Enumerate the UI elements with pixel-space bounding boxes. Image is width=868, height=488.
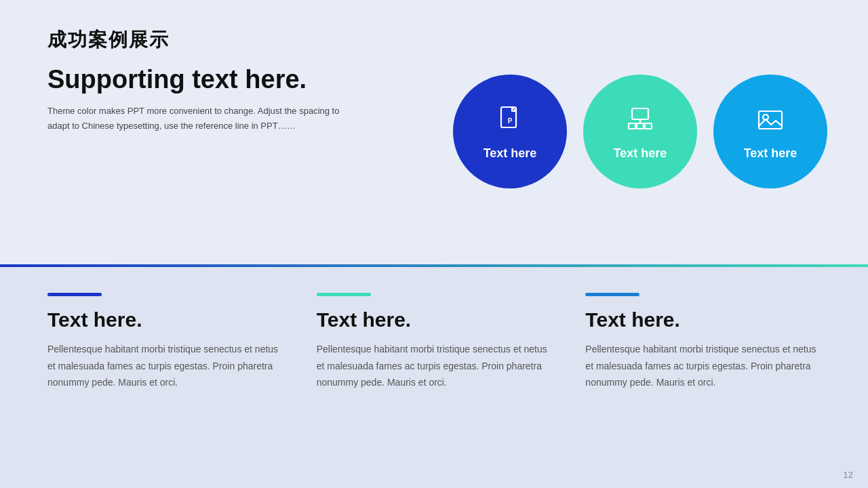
- circle-3-text: Text here: [744, 146, 797, 161]
- svg-rect-6: [637, 123, 644, 129]
- bottom-card-3: Text here. Pellentesque habitant morbi t…: [585, 293, 821, 461]
- card-3-body: Pellentesque habitant morbi tristique se…: [585, 341, 821, 391]
- circle-2-text: Text here: [614, 146, 667, 161]
- network-icon: [623, 103, 657, 140]
- card-1-accent: [47, 293, 102, 296]
- svg-rect-8: [759, 111, 782, 129]
- bottom-card-2: Text here. Pellentesque habitant morbi t…: [317, 293, 586, 461]
- card-1-body: Pellentesque habitant morbi tristique se…: [47, 341, 283, 391]
- bottom-card-1: Text here. Pellentesque habitant morbi t…: [47, 293, 317, 461]
- chinese-title: 成功案例展示: [47, 27, 821, 53]
- circle-1-text: Text here: [484, 146, 537, 161]
- svg-rect-5: [629, 123, 635, 129]
- circles-container: P Text here: [453, 75, 827, 188]
- bottom-section: Text here. Pellentesque habitant morbi t…: [0, 267, 868, 488]
- card-3-title: Text here.: [585, 308, 821, 331]
- svg-text:P: P: [508, 117, 513, 125]
- page-number: 12: [844, 470, 853, 480]
- circle-2: Text here: [583, 75, 697, 188]
- card-2-body: Pellentesque habitant morbi tristique se…: [317, 341, 552, 391]
- card-2-title: Text here.: [317, 308, 552, 331]
- svg-rect-2: [632, 108, 648, 119]
- file-icon: P: [493, 103, 527, 140]
- circle-1: P Text here: [453, 75, 567, 188]
- circle-3: Text here: [713, 75, 827, 188]
- slide: 成功案例展示 Supporting text here. Theme color…: [0, 0, 868, 488]
- card-2-accent: [317, 293, 371, 296]
- supporting-description: Theme color makes PPT more convenient to…: [47, 104, 359, 134]
- card-1-title: Text here.: [47, 308, 283, 331]
- image-icon: [753, 103, 787, 140]
- svg-rect-7: [645, 123, 652, 129]
- top-section: 成功案例展示 Supporting text here. Theme color…: [0, 0, 868, 264]
- card-3-accent: [585, 293, 639, 296]
